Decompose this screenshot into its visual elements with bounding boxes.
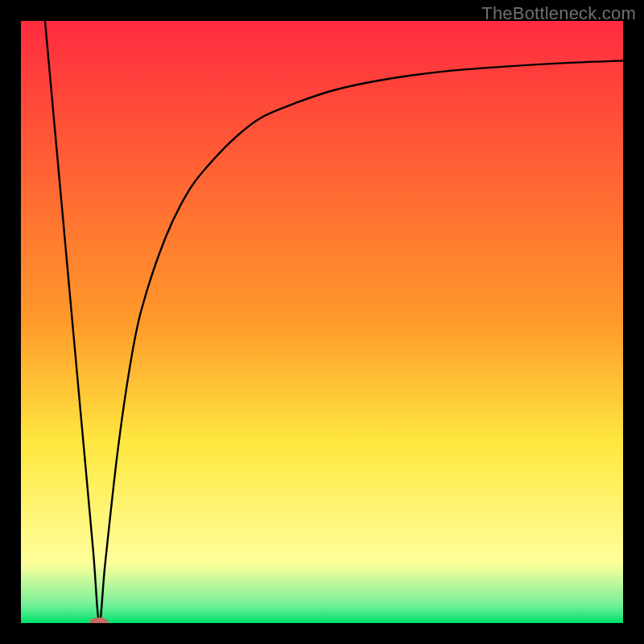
chart-container: TheBottleneck.com (0, 0, 644, 644)
bottleneck-curve (21, 21, 623, 623)
plot-area (21, 21, 623, 623)
